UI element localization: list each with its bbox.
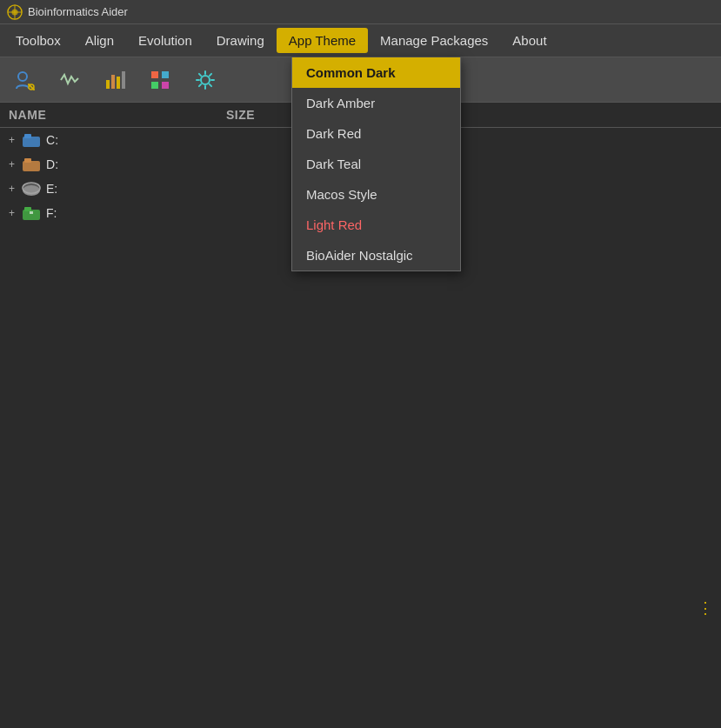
expand-c[interactable]: +	[9, 134, 15, 146]
expand-e[interactable]: +	[9, 183, 15, 195]
svg-rect-25	[30, 211, 33, 214]
title-bar: Bioinformatics Aider	[0, 0, 721, 24]
svg-rect-10	[122, 71, 125, 89]
app-title: Bioinformatics Aider	[28, 5, 128, 18]
menu-drawing[interactable]: Drawing	[204, 28, 277, 53]
menu-about[interactable]: About	[500, 28, 558, 53]
menu-toolbox[interactable]: Toolbox	[3, 28, 73, 53]
svg-rect-7	[106, 80, 110, 89]
svg-point-15	[201, 76, 210, 84]
svg-rect-11	[151, 71, 158, 78]
toolbar-align-icon[interactable]	[54, 64, 85, 96]
drive-label-e: E:	[46, 182, 57, 196]
drive-label-d: D:	[46, 157, 58, 171]
file-name-e: + E:	[9, 181, 226, 197]
app-theme-dropdown: Common Dark Dark Amber Dark Red Dark Tea…	[291, 57, 461, 271]
svg-rect-19	[24, 158, 31, 163]
drive-label-f: F:	[46, 206, 57, 220]
menu-align[interactable]: Align	[73, 28, 126, 53]
svg-rect-24	[24, 207, 31, 211]
expand-d[interactable]: +	[9, 158, 15, 170]
toolbar-settings-icon[interactable]	[190, 64, 221, 96]
menu-app-theme[interactable]: App Theme	[277, 28, 368, 53]
svg-rect-9	[117, 77, 120, 89]
file-name-c: + C:	[9, 132, 226, 148]
theme-common-dark[interactable]: Common Dark	[292, 57, 460, 88]
svg-rect-14	[162, 82, 169, 89]
col-name: NAME	[9, 108, 226, 122]
drive-icon-f	[22, 205, 41, 221]
svg-rect-13	[151, 82, 158, 89]
svg-rect-12	[162, 71, 169, 78]
drive-icon-c	[22, 132, 41, 148]
toolbar-search-icon[interactable]	[9, 64, 40, 96]
expand-f[interactable]: +	[9, 207, 15, 219]
svg-rect-8	[111, 75, 115, 89]
theme-bioaider-nostalgic[interactable]: BioAider Nostalgic	[292, 240, 460, 270]
svg-point-4	[18, 72, 27, 81]
menu-manage-packages[interactable]: Manage Packages	[368, 28, 500, 53]
svg-point-22	[23, 183, 40, 193]
file-name-d: + D:	[9, 157, 226, 172]
theme-dark-red[interactable]: Dark Red	[292, 118, 460, 149]
toolbar-chart-icon[interactable]	[99, 64, 130, 96]
menu-bar: Toolbox Align Evolution Drawing App Them…	[0, 24, 721, 57]
file-name-f: + F:	[9, 205, 226, 221]
theme-light-red[interactable]: Light Red	[292, 210, 460, 240]
theme-dark-amber[interactable]: Dark Amber	[292, 88, 460, 118]
drive-icon-e	[22, 181, 41, 197]
side-handle[interactable]: ⋮	[698, 598, 714, 618]
theme-macos-style[interactable]: Macos Style	[292, 179, 460, 210]
drive-label-c: C:	[46, 133, 58, 147]
toolbar-grid-icon[interactable]	[144, 64, 176, 96]
svg-rect-17	[24, 134, 31, 138]
app-icon	[7, 4, 23, 20]
drive-icon-d	[22, 157, 41, 172]
menu-evolution[interactable]: Evolution	[126, 28, 204, 53]
theme-dark-teal[interactable]: Dark Teal	[292, 149, 460, 179]
